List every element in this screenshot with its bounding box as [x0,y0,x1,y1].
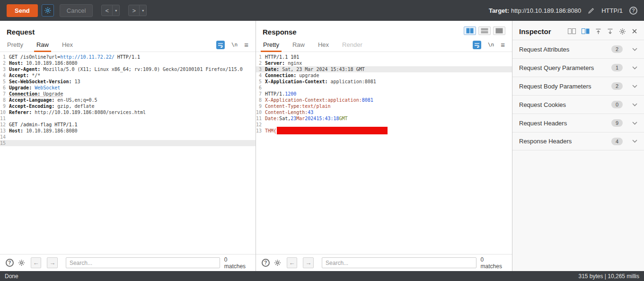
match-count: 0 matches [224,256,250,270]
line-number: 8 [256,97,265,103]
layout-stacked-button[interactable] [478,26,491,35]
line-number: 10 [256,109,265,115]
next-match-button[interactable]: → [47,257,58,268]
editor-menu-icon[interactable]: ≡ [244,41,248,48]
cancel-button[interactable]: Cancel [60,4,93,17]
code-line: 2Host: 10.10.189.186:8080 [0,60,256,66]
request-settings-button[interactable] [42,4,54,17]
redacted-flag-block [277,127,388,134]
previous-match-button[interactable]: ← [31,257,42,268]
inspector-section-label: Request Cookies [519,101,566,108]
response-editor[interactable]: 1HTTP/1.1 1012Server: nginx3Date: Sat, 2… [256,52,512,254]
target-display: Target: http://10.10.189.186:8080 [489,7,581,14]
code-line: 10Referer: http://10.10.189.186:8080/ser… [0,109,256,115]
inspector-section-request-query-parameters[interactable]: Request Query Parameters1 [512,58,644,77]
line-number: 2 [256,60,265,66]
request-editor[interactable]: 1GET /isOnline?url=http://10.11.72.22/ H… [0,52,256,254]
search-input[interactable] [66,257,220,268]
show-newlines-icon[interactable]: \n [488,42,494,48]
inspector-section-request-cookies[interactable]: Request Cookies0 [512,95,644,114]
line-number: 10 [0,109,9,115]
status-bar: Done 315 bytes | 10,265 millis [0,271,644,281]
chevron-down-icon[interactable] [632,66,637,70]
inspector-panel: Inspector [512,21,644,271]
code-line: 8Accept-Language: en-US,en;q=0.5 [0,97,256,103]
inspector-section-label: Request Body Parameters [519,83,591,90]
gear-icon [44,7,52,14]
inspector-settings-icon[interactable] [619,28,626,35]
layout-side-by-side-button[interactable] [464,26,476,35]
code-line: 12GET /admin-flag HTTP/1.1 [0,122,256,128]
line-number: 11 [256,115,265,122]
request-search-bar: ? ← → 0 matches [0,254,256,271]
collapse-all-icon[interactable] [595,28,601,35]
code-line: 15 [0,140,256,146]
previous-match-button[interactable]: ← [287,257,298,268]
view-layout-buttons [464,26,505,35]
line-number: 12 [256,122,265,128]
history-forward-button[interactable]: > [128,5,140,16]
send-button[interactable]: Send [7,4,38,17]
show-newlines-icon[interactable]: \n [231,42,238,48]
single-pane-icon [495,28,503,34]
request-panel-title: Request [7,28,35,36]
line-number: 13 [256,128,265,134]
search-settings-icon[interactable] [18,259,25,266]
inspector-section-response-headers[interactable]: Response Headers4 [512,132,644,150]
inspector-sections: Request Attributes2Request Query Paramet… [512,40,644,150]
code-line: 6Upgrade: WebSocket [0,85,256,91]
layout-single-button[interactable] [493,26,505,35]
response-panel-head: Response [256,21,512,38]
search-settings-icon[interactable] [274,259,281,266]
code-line: 4Accept: */* [0,72,256,79]
line-number: 8 [0,97,9,103]
line-number: 1 [0,54,9,60]
chevron-down-icon[interactable] [632,48,637,51]
http-version-selector[interactable]: HTTP/1 [601,7,623,14]
request-tab-pretty[interactable]: Pretty [7,38,23,52]
request-tab-raw[interactable]: Raw [36,38,49,52]
code-line: 5Sec-WebSocket-Version: 13 [0,79,256,85]
chevron-down-icon[interactable] [632,140,637,143]
inspector-section-request-headers[interactable]: Request Headers9 [512,114,644,132]
history-forward-dropdown[interactable]: ▾ [140,5,147,16]
code-line: 7Connection: Upgrade [0,91,256,97]
search-help-icon[interactable]: ? [262,259,270,267]
line-number: 12 [0,122,9,128]
chevron-down-icon[interactable] [632,122,637,125]
main-area: Request Pretty Raw Hex \n ≡ 1GET /isOnli… [0,21,644,271]
code-line: 6 [256,85,512,91]
request-tab-hex[interactable]: Hex [62,38,73,52]
response-tab-pretty[interactable]: Pretty [263,38,279,52]
inspector-section-request-body-parameters[interactable]: Request Body Parameters2 [512,77,644,95]
count-badge: 2 [611,82,623,90]
line-number: 5 [256,79,265,85]
response-tab-raw[interactable]: Raw [292,38,305,52]
history-back-dropdown[interactable]: ▾ [113,5,120,16]
line-number: 4 [0,72,9,79]
edit-target-icon[interactable] [588,7,595,14]
line-number: 3 [0,66,9,72]
line-number: 6 [256,85,265,91]
count-badge: 1 [611,64,623,71]
dock-right-icon[interactable] [582,28,590,34]
next-match-button[interactable]: → [303,257,314,268]
inspector-section-label: Request Headers [519,120,567,127]
response-tab-hex[interactable]: Hex [318,38,329,52]
code-line: 13THM{ [256,128,512,134]
expand-all-icon[interactable] [607,28,613,35]
editor-menu-icon[interactable]: ≡ [501,41,505,48]
request-tabs: Pretty Raw Hex \n ≡ [0,38,256,52]
line-number: 1 [256,54,265,60]
chevron-down-icon[interactable] [632,85,637,88]
dock-left-icon[interactable] [568,28,576,34]
word-wrap-icon[interactable] [473,41,481,49]
inspector-section-request-attributes[interactable]: Request Attributes2 [512,40,644,58]
word-wrap-icon[interactable] [216,41,225,49]
history-back-button[interactable]: < [101,5,113,16]
close-icon[interactable] [632,28,637,34]
search-help-icon[interactable]: ? [6,259,14,267]
search-input[interactable] [322,257,476,268]
chevron-down-icon[interactable] [632,103,637,106]
help-icon[interactable]: ? [629,7,637,15]
